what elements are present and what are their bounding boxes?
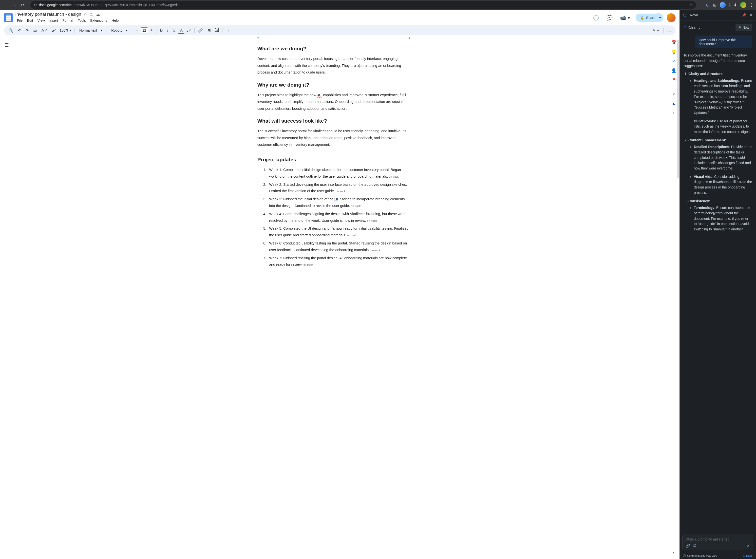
menu-help[interactable]: Help	[110, 18, 120, 23]
heading: Why are we doing it?	[257, 82, 410, 88]
lock-icon: 🔒	[640, 16, 644, 20]
scrollbar[interactable]	[677, 40, 679, 178]
list-item: Week 4: Some challenges aligning the des…	[267, 211, 410, 224]
chat-mode-select[interactable]: ⬡ Chat ⌄	[684, 26, 701, 29]
keep-icon[interactable]: 💡	[671, 50, 676, 54]
search-icon[interactable]: 🔍	[6, 27, 15, 34]
increase-font-icon[interactable]: +	[149, 27, 155, 34]
bold-icon[interactable]: B	[158, 27, 165, 34]
decrease-font-icon[interactable]: −	[134, 27, 140, 34]
zoom-select[interactable]: 100% ▾	[58, 27, 73, 33]
document-canvas[interactable]: What are we doing? Develop a new custome…	[0, 37, 668, 559]
undo-icon[interactable]: ↶	[16, 27, 23, 34]
maps-icon[interactable]: 📍	[671, 78, 676, 83]
editing-mode-select[interactable]: ✎ ▾	[649, 27, 662, 34]
spellcheck-icon[interactable]: A✓	[40, 27, 49, 34]
rovo-prompt-field[interactable]	[686, 537, 750, 541]
font-select[interactable]: Roboto ▾	[108, 27, 131, 33]
share-button[interactable]: 🔒 Share	[636, 14, 660, 22]
account-avatar[interactable]	[667, 13, 675, 22]
insert-image-icon[interactable]: 🖼	[213, 27, 221, 34]
more-icon[interactable]: ⋮	[224, 27, 232, 34]
list-item: Week 7: Finished revising the portal des…	[267, 255, 410, 268]
send-icon[interactable]: ➤	[747, 544, 750, 547]
hide-sidepanel-icon[interactable]: ›	[673, 550, 674, 556]
contacts-icon[interactable]: 👤	[671, 68, 676, 73]
mention-icon[interactable]: @	[693, 544, 696, 547]
redo-icon[interactable]: ↷	[23, 27, 30, 34]
rovo-logo-icon: ⬡	[683, 13, 687, 17]
site-info-icon[interactable]: ⚙	[34, 3, 37, 7]
highlight-icon[interactable]: 🖍	[185, 27, 193, 34]
quality-notice: Content quality may vary	[687, 554, 717, 557]
move-icon[interactable]: 🗀	[90, 12, 93, 17]
font-size-input[interactable]	[141, 27, 148, 33]
print-icon[interactable]: 🖶	[31, 27, 39, 34]
comments-icon[interactable]: 💬	[604, 13, 615, 23]
chrome-profile-avatar[interactable]	[720, 2, 726, 8]
link-icon[interactable]: 🔗	[686, 544, 690, 547]
cloud-status-icon[interactable]: ☁	[96, 12, 100, 17]
rovo-conversation: How could I improve this document? To im…	[680, 35, 756, 532]
tasks-icon[interactable]: ✓	[671, 59, 676, 64]
forward-button[interactable]: →	[12, 1, 18, 9]
extension-rovo-icon[interactable]: ⬡	[706, 3, 710, 7]
share-dropdown[interactable]: ▾	[657, 13, 663, 22]
url-bar[interactable]: ⚙ docs.google.com/document/d/1AH8ug_pE-q…	[30, 1, 696, 9]
rovo-response: To improve the document titled "Inventor…	[684, 53, 752, 232]
user-message: How could I improve this document?	[695, 36, 752, 48]
chrome-account-avatar[interactable]	[740, 2, 746, 8]
url-domain: docs.google.com	[39, 3, 65, 7]
extensions-icon[interactable]: ⊞	[713, 3, 716, 7]
atlassian-icon[interactable]: ▲	[671, 101, 676, 106]
updates-list: Week 1: Completed initial design sketche…	[257, 166, 410, 268]
rovo-input[interactable]: 🔗 @ ➤	[683, 535, 753, 550]
bookmark-star-icon[interactable]: ☆	[690, 3, 693, 7]
menu-view[interactable]: View	[36, 18, 47, 23]
ruler[interactable]	[257, 37, 410, 40]
list-item: Week 2: Started developing the user inte…	[267, 181, 410, 195]
new-chat-button[interactable]: ✎ New	[735, 24, 752, 31]
paragraph-style-select[interactable]: Normal text ▾	[76, 27, 105, 33]
download-icon[interactable]: ⬇	[734, 3, 737, 7]
addon-icon[interactable]: ✳	[671, 92, 676, 97]
rovo-chat-icon: ⬡	[684, 26, 686, 29]
menu-edit[interactable]: Edit	[25, 18, 35, 23]
collapse-toolbar-icon[interactable]: ︿	[665, 26, 673, 35]
menu-insert[interactable]: Insert	[48, 18, 60, 23]
chevron-down-icon: ⌄	[698, 26, 701, 29]
insert-link-icon[interactable]: 🔗	[196, 27, 205, 34]
info-icon[interactable]: ⓘ	[683, 554, 686, 558]
paragraph: The successful inventory portal for Vita…	[257, 128, 410, 148]
menu-file[interactable]: File	[15, 18, 24, 23]
chrome-menu-icon[interactable]: ⋮	[750, 3, 754, 7]
list-item: Week 1: Completed initial design sketche…	[267, 166, 410, 180]
menu-extensions[interactable]: Extensions	[89, 18, 109, 23]
pin-icon[interactable]: 📌	[742, 13, 746, 17]
docs-logo-icon[interactable]	[4, 13, 13, 22]
back-button[interactable]: ←	[2, 1, 9, 9]
meet-icon[interactable]: 📹 ▾	[618, 13, 632, 23]
star-icon[interactable]: ☆	[84, 12, 87, 17]
chevron-down-icon: ▾	[657, 28, 659, 33]
reload-button[interactable]: ⟳	[20, 2, 25, 8]
italic-icon[interactable]: I	[165, 27, 170, 34]
heading: What will success look like?	[257, 118, 410, 124]
outline-toggle-icon[interactable]: ☰	[4, 42, 9, 48]
menu-tools[interactable]: Tools	[76, 18, 88, 23]
history-icon[interactable]: 🕘	[591, 13, 601, 23]
underline-icon[interactable]: U	[171, 27, 178, 34]
close-icon[interactable]: ✕	[750, 13, 753, 17]
text-color-icon[interactable]: A	[178, 27, 184, 34]
browser-chrome: ← → ⟳ ⚙ docs.google.com/document/d/1AH8u…	[0, 0, 756, 10]
calendar-icon[interactable]: 📅	[671, 40, 676, 45]
heading: What are we doing?	[257, 46, 410, 51]
rovo-brand-link[interactable]: ⬡ Rovo	[743, 554, 753, 557]
menu-format[interactable]: Format	[61, 18, 75, 23]
paint-format-icon[interactable]: 🖌	[50, 27, 58, 34]
rovo-title: Rovo	[690, 13, 698, 17]
add-addon-icon[interactable]: +	[671, 111, 676, 115]
document-title[interactable]: Inventory portal relaunch - design	[15, 12, 81, 17]
share-label: Share	[646, 16, 655, 20]
add-comment-icon[interactable]: ⊞	[205, 27, 213, 34]
